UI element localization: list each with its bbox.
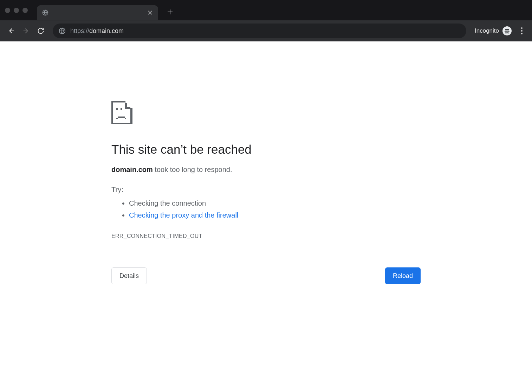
site-info-icon[interactable] [58,27,66,35]
svg-rect-13 [118,117,125,118]
svg-rect-11 [116,108,118,110]
address-bar[interactable]: https://domain.com [53,24,466,38]
suggestion-link[interactable]: Checking the proxy and the firewall [129,211,238,219]
window-maximize-icon[interactable] [22,8,28,13]
svg-point-3 [507,32,509,33]
error-heading: This site can’t be reached [111,142,421,157]
svg-rect-15 [125,118,126,119]
error-message-tail: took too long to respond. [153,166,232,173]
close-tab-icon[interactable] [147,9,153,16]
svg-rect-10 [130,102,132,108]
globe-icon [42,9,49,16]
forward-button[interactable] [20,25,32,37]
try-label: Try: [111,186,421,194]
page-content: This site can’t be reached domain.com to… [0,41,532,284]
error-host: domain.com [111,166,153,173]
window-minimize-icon[interactable] [14,8,19,13]
svg-rect-8 [130,107,132,124]
svg-rect-14 [116,118,118,119]
new-tab-button[interactable] [164,6,176,18]
suggestion-text: Checking the connection [129,199,206,207]
window-controls [5,8,28,13]
suggestion-item: Checking the proxy and the firewall [129,209,421,221]
svg-point-2 [505,32,507,33]
toolbar: https://domain.com Incognito [0,20,532,41]
back-button[interactable] [5,25,18,37]
error-message: domain.com took too long to respond. [111,166,421,174]
suggestion-item: Checking the connection [129,197,421,209]
reload-button-label: Reload [393,272,413,280]
sad-page-icon [111,101,421,126]
error-container: This site can’t be reached domain.com to… [111,101,421,284]
reload-button[interactable] [34,25,47,37]
details-button-label: Details [119,272,139,280]
details-button[interactable]: Details [111,267,147,284]
reload-page-button[interactable]: Reload [385,267,421,284]
tab-strip [0,0,532,20]
suggestion-list: Checking the connection Checking the pro… [111,197,421,221]
url-scheme: https:// [70,27,89,35]
url-text: https://domain.com [70,27,124,35]
browser-chrome: https://domain.com Incognito [0,0,532,41]
error-code: ERR_CONNECTION_TIMED_OUT [111,233,421,239]
svg-rect-12 [121,108,122,110]
window-close-icon[interactable] [5,8,10,13]
incognito-indicator: Incognito [475,26,512,35]
button-row: Details Reload [111,267,421,284]
url-host: domain.com [89,27,124,35]
incognito-label: Incognito [475,27,499,34]
browser-menu-button[interactable] [517,26,527,36]
browser-tab[interactable] [37,5,158,20]
incognito-icon[interactable] [502,26,512,35]
